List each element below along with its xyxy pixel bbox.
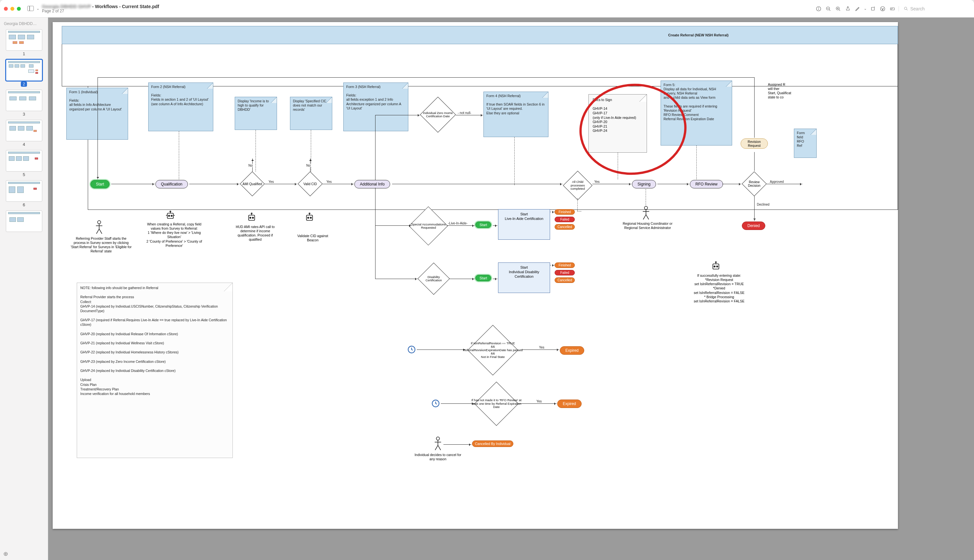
svg-line-48 (643, 215, 646, 220)
robot-icon (711, 261, 721, 272)
page-thumb-5[interactable] (6, 150, 42, 172)
svg-line-21 (435, 445, 438, 450)
minimize-icon[interactable] (10, 7, 14, 11)
close-icon[interactable] (4, 7, 8, 11)
svg-line-4 (829, 9, 830, 10)
svg-point-42 (310, 217, 311, 218)
search-field[interactable]: Search (899, 6, 970, 12)
svg-line-26 (96, 229, 99, 234)
decision-zero-income: Individual Zero Inome Certification Date (420, 97, 456, 133)
decision-child-complete: All Child processes completed (563, 171, 592, 200)
note-form1: Form 1 (Individual) Fields: all fields i… (66, 88, 128, 140)
thumb-label-4: 4 (0, 142, 48, 147)
caption-validate: Validate CID against Beacon (293, 234, 332, 242)
svg-point-36 (250, 217, 251, 218)
caption-ind-cancel: Individual decides to cancel for any rea… (414, 453, 462, 461)
decision-exp-revision: If IsInReferralRevision == TRUE && Refer… (460, 327, 525, 373)
robot-icon (246, 212, 257, 223)
timer-icon (431, 399, 440, 409)
thumb-label-6: 6 (0, 202, 48, 207)
robot-icon (165, 210, 175, 222)
svg-point-52 (717, 266, 718, 267)
svg-point-51 (714, 266, 715, 267)
svg-line-7 (839, 9, 840, 10)
thumbnail-sidebar[interactable]: Georgia DBHDD… 1 2 (0, 18, 48, 560)
highlight-icon[interactable] (879, 5, 886, 12)
decision-exp-rfo: If has not made it to 'RFO Review' at le… (469, 383, 524, 425)
svg-point-23 (97, 220, 101, 224)
swimlane-header: Create Referral (NEW NSH Referral) (62, 26, 898, 44)
svg-point-45 (644, 206, 648, 210)
state-qualification: Qualification (155, 180, 188, 188)
page-thumb-3[interactable] (6, 90, 42, 111)
zoom-in-icon[interactable] (835, 5, 842, 12)
page-thumb-1[interactable] (6, 29, 42, 51)
info-icon[interactable] (815, 5, 822, 12)
subproc-disability: Start Individual Disability Certificatio… (498, 262, 550, 293)
thumb-label-1: 1 (0, 51, 48, 56)
svg-rect-10 (872, 7, 874, 10)
state-rfo-review: RFO Review (690, 180, 723, 188)
decision-review: Review Decision (742, 172, 767, 196)
markup-menu-chevron-icon[interactable]: ⌄ (864, 7, 867, 11)
state-start-disability: Start (475, 275, 491, 281)
sidebar-menu-chevron-icon[interactable]: ⌄ (37, 7, 39, 11)
svg-line-27 (99, 229, 102, 234)
sidebar-doc-name: Georgia DBHDD… (0, 20, 48, 28)
note-income: Display 'Income is to high to qualify fo… (235, 97, 277, 130)
svg-line-49 (646, 215, 649, 220)
robot-icon (304, 212, 315, 223)
page-thumb-2[interactable] (6, 60, 42, 81)
page-thumb-6[interactable] (6, 180, 42, 202)
state-start-liveaide: Start (475, 222, 491, 228)
caption-copy-values: When creating a Referral, copy field val… (142, 222, 207, 248)
search-icon (904, 6, 908, 11)
thumb-label-2: 2 (0, 82, 48, 87)
state-signing: Signing (632, 180, 656, 188)
svg-point-14 (904, 7, 907, 10)
page-indicator: Page 2 of 27 (42, 9, 159, 13)
rotate-icon[interactable] (869, 5, 877, 12)
decision-disability-cert: Disability Certification (418, 262, 450, 295)
preview-window: ⌄ Georgia DBHDD GHVP - Workflows - Curre… (0, 0, 974, 560)
page-thumb-4[interactable] (6, 120, 42, 141)
document-viewport[interactable]: Create Referral (NEW NSH Referral) Form … (48, 18, 974, 560)
page-thumb-7[interactable] (6, 210, 42, 232)
caption-set-flags: If successfully entering state: *Revisio… (680, 273, 758, 303)
svg-line-15 (906, 9, 907, 10)
disability-outcomes: Finished Failed Cancelled (555, 262, 575, 283)
note-block: NOTE: following info should be gathered … (77, 283, 233, 458)
liveaide-outcomes: Finished Failed Cancelled (555, 209, 575, 230)
state-denied: Denied (742, 222, 765, 230)
decision-special-accom: Special Accommodations Requested (409, 207, 448, 245)
markup-icon[interactable] (854, 5, 861, 12)
note-form2: Form 2 (NSH Referral) Fields: Fields in … (148, 83, 213, 131)
subproc-liveaide: Start Live-In Aide Certification (498, 209, 550, 240)
state-revision-request: Revision Request (740, 138, 768, 149)
toggle-sidebar-icon[interactable] (27, 6, 34, 11)
note-form3: Form 3 (NSH Referral) Fields: all fields… (343, 83, 408, 131)
timer-icon (407, 345, 416, 355)
svg-point-41 (307, 217, 309, 218)
zoom-icon[interactable] (17, 7, 21, 11)
share-icon[interactable] (844, 5, 852, 12)
document-title: Georgia DBHDD GHVP - Workflows - Current… (42, 4, 159, 13)
svg-point-37 (252, 217, 254, 218)
svg-point-30 (171, 215, 172, 216)
svg-point-18 (436, 437, 439, 440)
decision-validcid: Valid CID (298, 172, 322, 196)
caption-hud: HUD AMI rates API call to determine if i… (231, 225, 280, 242)
form-icon[interactable] (889, 5, 896, 12)
decision-ami: AMI Qualified (240, 172, 265, 196)
actor-icon (433, 437, 443, 452)
zoom-out-icon[interactable] (825, 5, 832, 12)
actor-icon (641, 206, 651, 222)
svg-point-2 (819, 7, 819, 8)
state-expired-1: Expired (560, 346, 584, 355)
state-expired-2: Expired (557, 400, 581, 408)
note-cid: Display 'Specified CID does not match ou… (290, 97, 332, 130)
add-page-icon[interactable]: ⊕ (3, 550, 8, 557)
svg-point-29 (169, 215, 170, 216)
caption-referring: Referring Provider Staff starts the proc… (70, 237, 132, 254)
note-form-cutoff: Form field RFO Ref (794, 128, 817, 158)
